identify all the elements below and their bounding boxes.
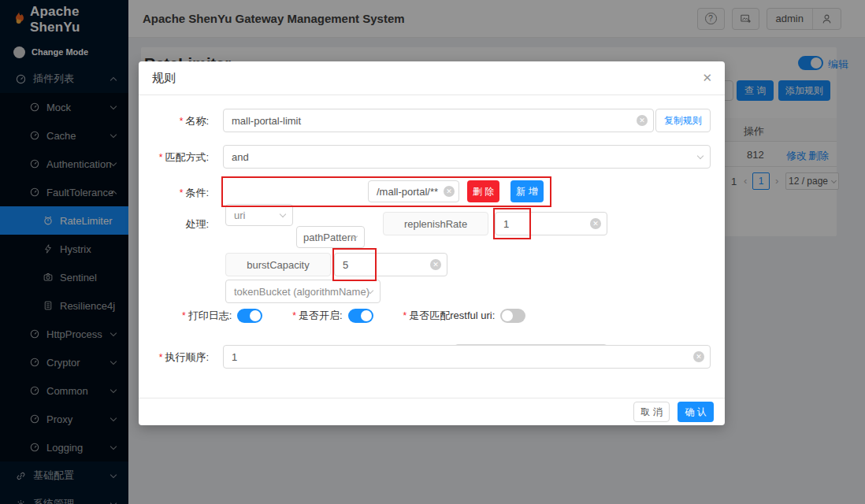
clear-icon[interactable]: ✕ [430, 259, 441, 270]
replenish-rate-key: replenishRate [383, 212, 488, 235]
condition-label: *条件: [139, 186, 209, 200]
log-toggle-label: *打印日志: [182, 309, 232, 323]
order-label: *执行顺序: [139, 350, 209, 365]
required-asterisk: * [159, 352, 163, 363]
required-asterisk: * [182, 310, 186, 321]
modal-title: 规则 [139, 71, 176, 86]
required-asterisk: * [180, 187, 184, 198]
required-asterisk: * [159, 152, 163, 163]
restful-toggle-label: *是否匹配restful uri: [403, 309, 496, 323]
required-asterisk: * [403, 310, 407, 321]
burst-capacity-wrap: ✕ [334, 253, 447, 276]
algorithm-value: tokenBucket (algorithmName) [234, 286, 369, 298]
copy-rule-button[interactable]: 复制规则 [655, 109, 711, 132]
confirm-button[interactable]: 确 认 [678, 402, 714, 422]
condition-delete-button[interactable]: 删 除 [467, 180, 499, 202]
close-icon[interactable]: ✕ [702, 71, 712, 85]
condition-param-value: uri [234, 209, 245, 221]
order-input[interactable] [223, 345, 711, 369]
enabled-toggle-label: *是否开启: [292, 309, 342, 323]
clear-icon[interactable]: ✕ [637, 115, 648, 126]
condition-value-wrap: ✕ [368, 180, 459, 202]
chevron-down-icon [697, 153, 704, 159]
app-window: Apache ShenYu Change Mode 插件列表 Mock Cach… [0, 0, 865, 504]
chevron-down-icon [280, 211, 286, 217]
clear-icon[interactable]: ✕ [693, 351, 704, 362]
condition-param-select[interactable]: uri [225, 204, 293, 226]
modal-footer: 取 消 确 认 [139, 398, 725, 425]
required-asterisk: * [180, 116, 184, 127]
match-mode-label: *匹配方式: [139, 150, 209, 165]
match-mode-select[interactable]: and [223, 145, 711, 169]
order-input-wrap: ✕ [223, 345, 711, 369]
match-mode-value: and [232, 151, 249, 163]
enabled-toggle[interactable] [348, 309, 373, 323]
algorithm-select[interactable]: tokenBucket (algorithmName) [225, 280, 381, 303]
log-toggle[interactable] [237, 309, 262, 323]
required-asterisk: * [292, 310, 296, 321]
modal-header: 规则 ✕ [139, 61, 725, 95]
name-input-wrap: ✕ [223, 109, 654, 132]
condition-operator-select[interactable]: pathPattern [296, 226, 365, 248]
burst-capacity-key: burstCapacity [225, 253, 331, 276]
cancel-button[interactable]: 取 消 [633, 402, 670, 422]
restful-toggle[interactable] [500, 309, 525, 323]
clear-icon[interactable]: ✕ [444, 186, 455, 197]
condition-add-button[interactable]: 新 增 [510, 180, 544, 202]
clear-icon[interactable]: ✕ [590, 218, 601, 229]
rule-modal: 规则 ✕ *名称: ✕ 复制规则 *匹配方式: and *条件: uri pat… [139, 61, 725, 425]
condition-operator-value: pathPattern [303, 232, 356, 243]
replenish-rate-wrap: ✕ [495, 212, 607, 235]
handle-label: 处理: [139, 217, 209, 232]
toggle-row: *打印日志: *是否开启: *是否匹配restful uri: [182, 309, 525, 323]
name-input[interactable] [223, 109, 654, 132]
name-label: *名称: [139, 114, 209, 128]
